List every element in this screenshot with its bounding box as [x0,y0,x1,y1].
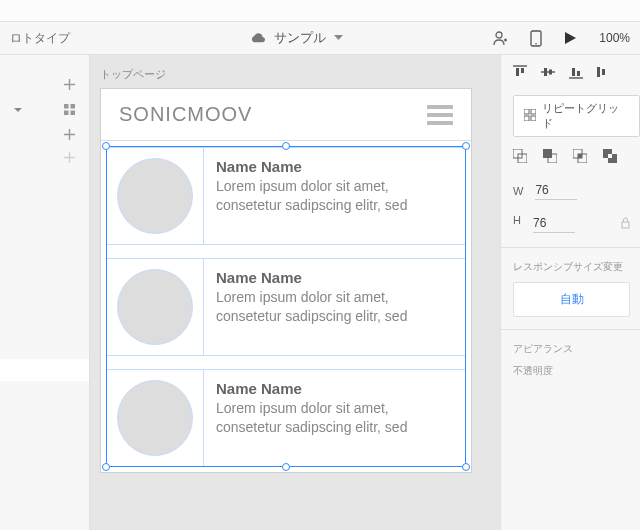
height-input[interactable] [533,214,575,233]
artboard-list-item[interactable] [0,96,89,123]
svg-rect-9 [544,68,547,76]
mobile-preview-icon[interactable] [530,30,542,47]
align-more-icon[interactable] [597,65,605,81]
responsive-label: レスポンシブサイズ変更 [513,260,640,274]
properties-panel: リピートグリッド W H レスポンシブサイズ変更 自動 アピアランス 不透明度 [500,55,640,530]
svg-point-0 [496,32,502,38]
svg-rect-25 [578,154,582,158]
opacity-label: 不透明度 [513,364,640,378]
selection-handle[interactable] [282,142,290,150]
width-input[interactable] [535,181,577,200]
item-name: Name Name [216,380,453,397]
repeat-grid-icon [524,109,536,123]
artboard-label[interactable]: トップページ [100,67,500,82]
avatar-cell [107,370,204,466]
svg-rect-10 [549,70,552,75]
hamburger-icon[interactable] [427,105,453,125]
bool-exclude-icon[interactable] [603,149,617,165]
add-artboard-button[interactable] [0,73,89,96]
selection-handle[interactable] [462,142,470,150]
workspace: トップページ SONICMOOV Name Name Lorem ipsum d… [0,55,640,530]
svg-rect-12 [577,71,580,76]
canvas[interactable]: トップページ SONICMOOV Name Name Lorem ipsum d… [90,55,500,530]
user-add-icon[interactable] [492,30,508,46]
align-middle-icon[interactable] [541,65,555,81]
svg-rect-4 [71,104,76,109]
svg-rect-18 [531,116,536,121]
list-item[interactable]: Name Name Lorem ipsum dolor sit amet, co… [107,369,465,466]
item-desc: Lorem ipsum dolor sit amet, consetetur s… [216,399,453,437]
selection-handle[interactable] [282,463,290,471]
list-divider [107,244,465,258]
artboard[interactable]: SONICMOOV Name Name Lorem ipsum dolor si… [100,88,472,473]
repeat-grid-button[interactable]: リピートグリッド [513,95,640,137]
zoom-level[interactable]: 100% [599,31,630,45]
selection-handle[interactable] [102,142,110,150]
avatar [117,269,193,345]
avatar [117,380,193,456]
height-label: H [513,214,521,233]
avatar [117,158,193,234]
list-divider [107,355,465,369]
titlebar: ロトタイプ サンプル 100% [0,22,640,55]
list-item[interactable]: Name Name Lorem ipsum dolor sit amet, co… [107,258,465,355]
grid-icon [64,104,75,115]
align-top-icon[interactable] [513,65,527,81]
bool-add-icon[interactable] [513,149,527,165]
svg-rect-3 [64,104,69,109]
svg-rect-17 [524,116,529,121]
document-name: サンプル [274,29,326,47]
artboard-header: SONICMOOV [101,89,471,141]
svg-rect-16 [531,109,536,114]
artboard-title: SONICMOOV [119,103,252,126]
bool-intersect-icon[interactable] [573,149,587,165]
svg-rect-7 [516,68,519,76]
item-desc: Lorem ipsum dolor sit amet, consetetur s… [216,288,453,326]
app-top-strip [0,0,640,22]
repeat-grid-selection[interactable]: Name Name Lorem ipsum dolor sit amet, co… [106,146,466,467]
responsive-auto-button[interactable]: 自動 [513,282,630,317]
selection-handle[interactable] [102,463,110,471]
bool-subtract-icon[interactable] [543,149,557,165]
lock-aspect-icon[interactable] [621,217,630,231]
chevron-down-icon[interactable] [334,35,343,41]
svg-rect-13 [597,67,600,77]
svg-rect-28 [608,154,612,158]
width-label: W [513,185,523,197]
svg-rect-29 [622,222,629,228]
svg-point-2 [535,43,537,45]
svg-rect-15 [524,109,529,114]
svg-rect-5 [64,111,69,116]
prototype-tab[interactable]: ロトタイプ [10,30,100,47]
svg-rect-6 [71,111,76,116]
play-icon[interactable] [564,31,577,45]
cloud-icon [250,32,266,44]
avatar-cell [107,148,204,244]
selection-handle[interactable] [462,463,470,471]
repeat-grid-label: リピートグリッド [542,101,629,131]
svg-rect-11 [572,68,575,76]
item-name: Name Name [216,269,453,286]
avatar-cell [107,259,204,355]
list-item[interactable]: Name Name Lorem ipsum dolor sit amet, co… [107,147,465,244]
item-desc: Lorem ipsum dolor sit amet, consetetur s… [216,177,453,215]
add-item-button[interactable] [0,146,89,169]
align-bottom-icon[interactable] [569,65,583,81]
svg-rect-8 [521,68,524,73]
svg-rect-14 [602,69,605,75]
left-rail [0,55,90,530]
item-name: Name Name [216,158,453,175]
selected-layer-highlight [0,359,89,381]
add-group-button[interactable] [0,123,89,146]
appearance-label: アピアランス [513,342,640,356]
